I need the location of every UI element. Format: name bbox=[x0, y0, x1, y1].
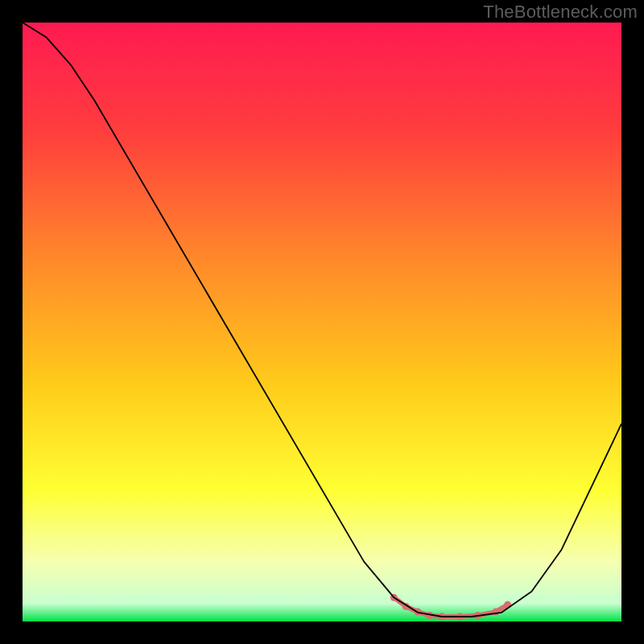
gradient-background bbox=[23, 23, 621, 621]
chart-svg bbox=[23, 23, 621, 621]
chart-frame: TheBottleneck.com bbox=[0, 0, 644, 644]
watermark-text: TheBottleneck.com bbox=[483, 2, 638, 23]
plot-area bbox=[23, 23, 621, 621]
sweet-spot-dot bbox=[492, 609, 499, 616]
